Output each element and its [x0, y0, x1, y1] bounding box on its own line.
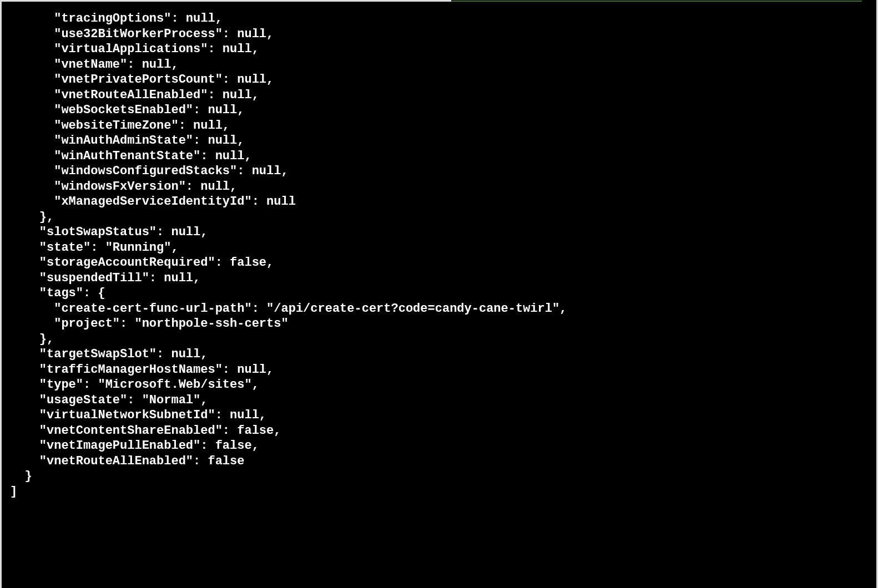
- progress-bar-white: [2, 0, 451, 2]
- output-line: "vnetName": null,: [10, 58, 179, 72]
- progress-bar-green: [451, 1, 862, 2]
- output-line: "vnetPrivatePortsCount": null,: [10, 73, 274, 87]
- output-line: "webSocketsEnabled": null,: [10, 103, 244, 117]
- output-line: "virtualNetworkSubnetId": null,: [10, 408, 266, 422]
- output-line: },: [10, 210, 54, 224]
- output-line: "use32BitWorkerProcess": null,: [10, 27, 274, 41]
- output-line: "targetSwapSlot": null,: [10, 347, 208, 361]
- output-line: "vnetRouteAllEnabled": null,: [10, 88, 259, 102]
- output-line: "slotSwapStatus": null,: [10, 225, 208, 239]
- output-line: "state": "Running",: [10, 241, 179, 255]
- output-line: "usageState": "Normal",: [10, 393, 208, 407]
- output-line: "winAuthTenantState": null,: [10, 149, 252, 163]
- output-line: "winAuthAdminState": null,: [10, 134, 244, 148]
- output-line: "windowsConfiguredStacks": null,: [10, 164, 289, 178]
- output-line: "type": "Microsoft.Web/sites",: [10, 378, 259, 392]
- output-line: },: [10, 332, 54, 346]
- output-line: "suspendedTill": null,: [10, 271, 200, 285]
- terminal-window[interactable]: "tracingOptions": null, "use32BitWorkerP…: [0, 0, 878, 588]
- output-line: "trafficManagerHostNames": null,: [10, 363, 274, 377]
- output-line: "vnetContentShareEnabled": false,: [10, 424, 281, 438]
- terminal-output: "tracingOptions": null, "use32BitWorkerP…: [2, 0, 876, 499]
- output-line: "tracingOptions": null,: [10, 12, 223, 26]
- output-line: "storageAccountRequired": false,: [10, 256, 274, 270]
- output-line: "tags": {: [10, 286, 105, 300]
- output-line: ]: [10, 485, 17, 499]
- output-line: }: [10, 469, 32, 483]
- output-line: "project": "northpole-ssh-certs": [10, 317, 289, 331]
- output-line: "websiteTimeZone": null,: [10, 119, 230, 133]
- output-line: "windowsFxVersion": null,: [10, 180, 237, 194]
- output-line: "virtualApplications": null,: [10, 42, 259, 56]
- output-line: "vnetRouteAllEnabled": false: [10, 454, 244, 468]
- output-line: "xManagedServiceIdentityId": null: [10, 195, 296, 209]
- output-line: "create-cert-func-url-path": "/api/creat…: [10, 302, 567, 316]
- output-line: "vnetImagePullEnabled": false,: [10, 439, 259, 453]
